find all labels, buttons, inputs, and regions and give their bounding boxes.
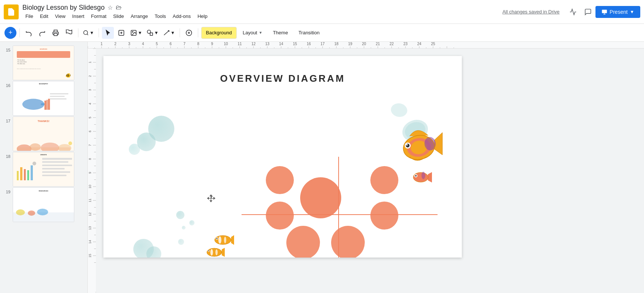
svg-point-4 bbox=[84, 31, 88, 35]
svg-rect-21 bbox=[46, 100, 48, 110]
bubble-4 bbox=[176, 211, 184, 219]
image-button[interactable]: ▼ bbox=[129, 27, 144, 39]
svg-rect-37 bbox=[42, 161, 68, 163]
slide-num-16: 16 bbox=[3, 83, 10, 88]
slide-preview-17[interactable]: THANKS! bbox=[13, 116, 74, 151]
svg-point-72 bbox=[406, 144, 410, 147]
slide-thumb-17[interactable]: 17 THANKS! bbox=[3, 116, 84, 151]
add-button[interactable]: + bbox=[4, 27, 16, 39]
svg-point-56 bbox=[215, 249, 218, 255]
diagram-circle-bl[interactable] bbox=[266, 202, 294, 230]
paint-format-button[interactable] bbox=[63, 27, 75, 39]
menu-edit[interactable]: Edit bbox=[37, 12, 51, 20]
background-button[interactable]: Background bbox=[201, 27, 237, 39]
diagram-circle-bcl[interactable] bbox=[286, 226, 320, 258]
clownfish-2 bbox=[204, 246, 225, 258]
folder-icon[interactable]: 🗁 bbox=[116, 4, 122, 11]
select-tool-button[interactable] bbox=[102, 27, 114, 39]
svg-point-43 bbox=[16, 209, 25, 215]
print-button[interactable] bbox=[50, 27, 62, 39]
svg-rect-3 bbox=[54, 33, 57, 35]
insert-comment-button[interactable] bbox=[183, 27, 195, 39]
svg-rect-31 bbox=[20, 167, 22, 180]
slide-thumb-19[interactable]: 19 RESOURCES bbox=[3, 187, 84, 222]
lines-button[interactable]: ▼ bbox=[162, 27, 177, 39]
ruler-vertical bbox=[88, 49, 96, 293]
svg-rect-39 bbox=[42, 168, 65, 169]
svg-rect-32 bbox=[24, 169, 26, 180]
diagram-circle-tl[interactable] bbox=[266, 166, 294, 194]
diagram-center-circle[interactable] bbox=[300, 177, 341, 218]
svg-point-10 bbox=[132, 31, 133, 32]
slide-thumb-15[interactable]: 15 SOURCES - The line above - The column… bbox=[3, 46, 84, 80]
diagram-circle-tr[interactable] bbox=[370, 166, 398, 194]
menu-addons[interactable]: Add-ons bbox=[170, 12, 194, 20]
menu-tools[interactable]: Tools bbox=[152, 12, 169, 20]
present-button[interactable]: Present ▼ bbox=[595, 6, 640, 18]
svg-rect-34 bbox=[31, 165, 33, 180]
canvas-area[interactable]: OVERVIEW DIAGRAM bbox=[96, 49, 644, 293]
ruler-horizontal bbox=[88, 42, 644, 49]
menu-insert[interactable]: Insert bbox=[69, 12, 87, 20]
undo-button[interactable] bbox=[23, 27, 35, 39]
svg-rect-24 bbox=[50, 99, 66, 100]
redo-button[interactable] bbox=[36, 27, 48, 39]
main-area: 15 SOURCES - The line above - The column… bbox=[0, 42, 644, 293]
svg-point-65 bbox=[390, 102, 408, 118]
present-dropdown-arrow[interactable]: ▼ bbox=[630, 9, 634, 15]
svg-point-29 bbox=[68, 141, 72, 145]
slide-thumb-16[interactable]: 16 BIOGRAPHY bbox=[3, 81, 84, 116]
move-cursor bbox=[205, 193, 217, 208]
exotic-fish bbox=[398, 121, 443, 171]
svg-marker-69 bbox=[435, 133, 442, 155]
svg-rect-22 bbox=[50, 93, 68, 94]
svg-rect-40 bbox=[42, 171, 70, 173]
diagram-circle-bcr[interactable] bbox=[331, 226, 365, 258]
svg-point-55 bbox=[211, 249, 213, 256]
svg-rect-20 bbox=[48, 99, 50, 110]
activity-icon[interactable] bbox=[566, 4, 581, 19]
menu-arrange[interactable]: Arrange bbox=[128, 12, 151, 20]
document-title[interactable]: Biology Lesson by Slidesgo bbox=[22, 4, 105, 12]
menu-view[interactable]: View bbox=[52, 12, 68, 20]
menu-slide[interactable]: Slide bbox=[110, 12, 127, 20]
toolbar: + ▼ ▼ ▼ ▼ bbox=[0, 24, 644, 42]
slide-thumb-18[interactable]: 18 CREDITS bbox=[3, 152, 84, 187]
deco-blob-2 bbox=[389, 101, 410, 121]
slide-preview-15[interactable]: SOURCES - The line above - The column be… bbox=[13, 46, 74, 80]
menu-format[interactable]: Format bbox=[88, 12, 109, 20]
title-area: Biology Lesson by Slidesgo ☆ 🗁 File Edit… bbox=[22, 4, 211, 20]
menu-file[interactable]: File bbox=[22, 12, 36, 20]
menu-help[interactable]: Help bbox=[195, 12, 211, 20]
slide-preview-16[interactable]: BIOGRAPHY bbox=[13, 81, 74, 116]
slide-num-17: 17 bbox=[3, 119, 10, 123]
svg-point-48 bbox=[218, 236, 221, 244]
star-icon[interactable]: ☆ bbox=[108, 4, 113, 11]
slide-num-15: 15 bbox=[3, 48, 10, 52]
transition-button[interactable]: Transition bbox=[294, 28, 324, 37]
diagram-circle-br[interactable] bbox=[370, 202, 398, 230]
shapes-button[interactable]: ▼ bbox=[145, 27, 160, 39]
editor-area: OVERVIEW DIAGRAM bbox=[88, 42, 644, 293]
zoom-button[interactable]: ▼ bbox=[81, 27, 96, 39]
svg-marker-77 bbox=[428, 172, 432, 183]
svg-point-44 bbox=[28, 211, 35, 216]
svg-rect-38 bbox=[42, 165, 72, 166]
slide-canvas[interactable]: OVERVIEW DIAGRAM bbox=[103, 56, 462, 258]
textbox-button[interactable] bbox=[115, 27, 127, 39]
theme-button[interactable]: Theme bbox=[268, 28, 292, 37]
bubble-6 bbox=[182, 226, 186, 230]
small-fish bbox=[411, 170, 432, 186]
svg-point-45 bbox=[37, 209, 48, 215]
present-label: Present bbox=[610, 9, 628, 15]
slide-num-18: 18 bbox=[3, 154, 10, 159]
svg-point-59 bbox=[208, 250, 209, 251]
slide-preview-18[interactable]: CREDITS bbox=[13, 152, 74, 187]
bubble-5 bbox=[189, 220, 195, 225]
save-status: All changes saved in Drive bbox=[503, 9, 560, 15]
svg-line-13 bbox=[164, 31, 169, 35]
slide-preview-19[interactable]: RESOURCES bbox=[13, 187, 74, 222]
layout-button[interactable]: Layout ▼ bbox=[238, 28, 267, 37]
svg-point-35 bbox=[32, 162, 36, 165]
comments-icon[interactable] bbox=[581, 4, 595, 19]
